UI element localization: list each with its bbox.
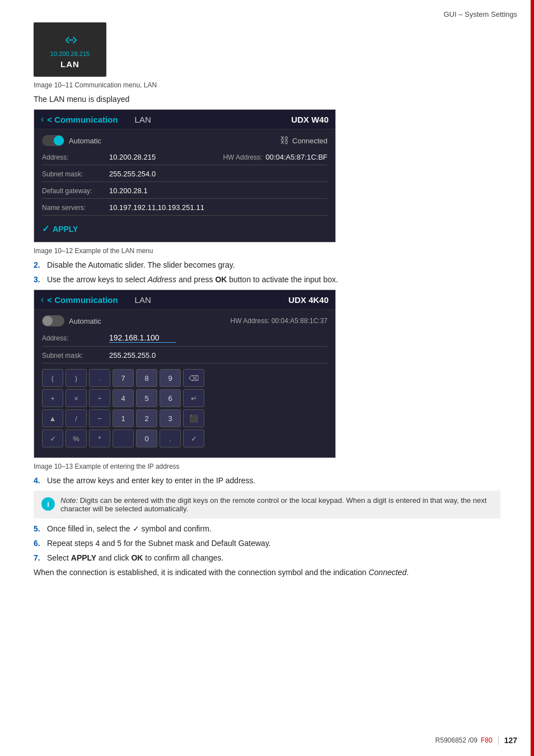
field-row-subnet: Subnet mask: 255.255.254.0: [42, 170, 327, 182]
value-address-4k40[interactable]: 192.168.1.100: [109, 333, 176, 343]
intro-text: The LAN menu is displayed: [34, 95, 500, 104]
numpad-key-dot1[interactable]: .: [89, 369, 110, 387]
value-gateway: 10.200.28.1: [109, 186, 327, 195]
status-row-4k40: Automatic HW Address: 00:04:A5:88:1C:37: [42, 315, 327, 326]
numpad-key-space[interactable]: [113, 430, 134, 447]
label-nameservers: Name servers:: [42, 204, 109, 212]
toggle-auto-w40[interactable]: Automatic: [42, 135, 101, 146]
lan-arrows-icon: ‹··›: [41, 30, 99, 48]
numpad-key-slash[interactable]: /: [65, 409, 87, 427]
page-footer: R5906852 /09 F80 127: [435, 736, 517, 745]
lan-panel-4k40: ‹ < Communication LAN UDX 4K40 Automatic…: [34, 290, 336, 458]
numpad-key-9[interactable]: 9: [160, 369, 181, 387]
panel-body-4k40: Automatic HW Address: 00:04:A5:88:1C:37 …: [34, 310, 335, 458]
label-address-4k40: Address:: [42, 334, 109, 342]
numpad-key-percent[interactable]: %: [65, 430, 87, 447]
numpad-key-times[interactable]: ×: [65, 389, 87, 407]
lan-icon-box: ‹··› 10.200.28.215 LAN: [34, 22, 106, 77]
toggle-label-w40: Automatic: [69, 137, 101, 145]
apply-button-w40[interactable]: ✓ APPLY: [42, 223, 327, 234]
numpad-key-enter[interactable]: ↵: [183, 389, 204, 407]
numpad-key-3[interactable]: 3: [160, 409, 181, 427]
header-title: GUI – System Settings: [444, 10, 518, 18]
numpad-key-divide[interactable]: ÷: [89, 389, 110, 407]
note-text: Note: Digits can be entered with the dig…: [60, 496, 493, 513]
section-title-w40[interactable]: < Communication: [47, 115, 118, 124]
step-4: 4. Use the arrow keys and enter key to e…: [34, 476, 500, 485]
red-sidebar: [531, 0, 534, 756]
field-row-address: Address: 10.200.28.215 HW Address: 00:04…: [42, 153, 327, 165]
page-number: 127: [504, 736, 517, 745]
apply-check-icon: ✓: [42, 223, 49, 234]
step-text-2: Disable the Automatic slider. The slider…: [47, 260, 235, 269]
numpad-key-check-left[interactable]: ✓: [42, 430, 63, 447]
numpad-key-up[interactable]: ▲: [42, 409, 63, 427]
image-caption-2: Image 10–12 Example of the LAN menu: [34, 247, 500, 255]
connected-badge-w40: ⛓ Connected: [280, 136, 327, 146]
numpad-key-backspace[interactable]: ⌫: [183, 369, 204, 387]
numpad-key-oparen[interactable]: (: [42, 369, 63, 387]
lan-panel-w40: ‹ < Communication LAN UDX W40 Automatic …: [34, 109, 336, 242]
value-address: 10.200.28.215: [109, 153, 212, 161]
numpad-key-minus[interactable]: −: [89, 409, 110, 427]
back-arrow-icon-2[interactable]: ‹: [41, 295, 44, 305]
numpad-key-1[interactable]: 1: [113, 409, 134, 427]
field-row-nameservers: Name servers: 10.197.192.11,10.193.251.1…: [42, 203, 327, 216]
step-num-6: 6.: [34, 539, 47, 548]
value-subnet: 255.255.254.0: [109, 170, 327, 178]
step-text-5: Once filled in, select the ✓ symbol and …: [47, 524, 212, 533]
image-caption-1: Image 10–11 Communication menu, LAN: [34, 81, 500, 89]
step-text-3: Use the arrow keys to select Address and…: [47, 275, 338, 284]
panel-header-w40: ‹ < Communication LAN UDX W40: [34, 110, 335, 129]
connected-icon: ⛓: [280, 136, 289, 146]
numpad-key-asterisk[interactable]: *: [89, 430, 110, 447]
hw-address-4k40: HW Address: 00:04:A5:88:1C:37: [231, 317, 327, 325]
section-title-4k40[interactable]: < Communication: [47, 295, 118, 305]
numpad-key-6[interactable]: 6: [160, 389, 181, 407]
panel-body-w40: Automatic ⛓ Connected Address: 10.200.28…: [34, 129, 335, 242]
toggle-pill-w40[interactable]: [42, 135, 64, 146]
numpad-key-dot2[interactable]: .: [160, 430, 181, 447]
toggle-label-4k40: Automatic: [69, 317, 101, 325]
numpad-key-8[interactable]: 8: [136, 369, 157, 387]
page-header: GUI – System Settings: [444, 10, 518, 18]
lan-ip: 10.200.28.215: [41, 50, 99, 57]
step-num-4: 4.: [34, 476, 47, 485]
image-caption-3: Image 10–13 Example of entering the IP a…: [34, 463, 500, 470]
value-subnet-4k40: 255.255.255.0: [109, 351, 327, 360]
panel-header-4k40: ‹ < Communication LAN UDX 4K40: [34, 290, 335, 310]
numpad-key-7[interactable]: 7: [113, 369, 134, 387]
numpad-row-2: + × ÷ 4 5 6 ↵: [42, 389, 327, 407]
numpad-key-4[interactable]: 4: [113, 389, 134, 407]
numpad-key-special-box[interactable]: ⬛: [183, 409, 204, 427]
step-num-7: 7.: [34, 553, 47, 562]
numpad-key-0[interactable]: 0: [136, 430, 157, 447]
label-subnet: Subnet mask:: [42, 170, 109, 178]
apply-label: APPLY: [53, 225, 78, 234]
hw-address-label: HW Address:: [223, 153, 262, 161]
numpad-key-check-right[interactable]: ✓: [183, 430, 204, 447]
label-gateway: Default gateway:: [42, 187, 109, 195]
numpad-key-cparen[interactable]: ): [65, 369, 87, 387]
label-subnet-4k40: Subnet mask:: [42, 352, 109, 360]
numpad-row-3: ▲ / − 1 2 3 ⬛: [42, 409, 327, 427]
back-arrow-icon[interactable]: ‹: [41, 114, 44, 124]
lan-label: LAN: [41, 59, 99, 69]
step-text-6: Repeat steps 4 and 5 for the Subnet mask…: [47, 539, 271, 548]
step-num-3: 3.: [34, 275, 47, 284]
step-3: 3. Use the arrow keys to select Address …: [34, 275, 500, 284]
hw-address-value: 00:04:A5:87:1C:BF: [265, 153, 327, 161]
step-5: 5. Once filled in, select the ✓ symbol a…: [34, 524, 500, 533]
toggle-pill-4k40[interactable]: [42, 315, 64, 326]
numpad-row-1: ( ) . 7 8 9 ⌫: [42, 369, 327, 387]
field-row-address-4k40[interactable]: Address: 192.168.1.100: [42, 333, 327, 347]
note-icon: i: [41, 497, 55, 511]
step-num-5: 5.: [34, 524, 47, 533]
numpad-key-plus[interactable]: +: [42, 389, 63, 407]
step-2: 2. Disable the Automatic slider. The sli…: [34, 260, 500, 269]
toggle-auto-4k40[interactable]: Automatic: [42, 315, 101, 326]
numpad-key-2[interactable]: 2: [136, 409, 157, 427]
doc-number: R5906852 /09: [435, 736, 477, 744]
toggle-circle-4k40: [43, 316, 53, 326]
numpad-key-5[interactable]: 5: [136, 389, 157, 407]
